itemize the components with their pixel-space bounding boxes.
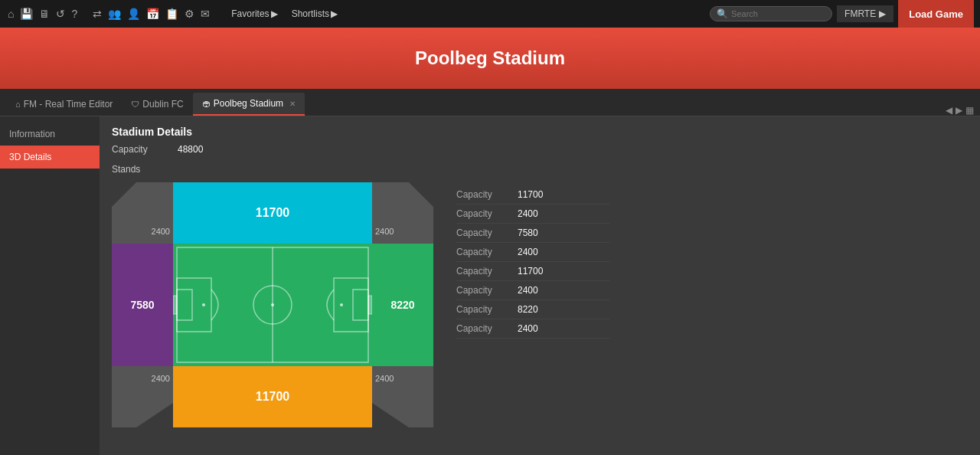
tab-nav-arrows: ◀ ▶ ▦ (946, 105, 974, 116)
cap-label: Capacity (456, 285, 502, 296)
help-icon[interactable]: ? (70, 6, 79, 21)
cap-label: Capacity (456, 304, 502, 315)
svg-point-6 (202, 303, 205, 306)
corner-bottom-left: 2400 (112, 366, 173, 427)
capacity-label: Capacity (112, 144, 165, 155)
svg-rect-8 (353, 290, 368, 320)
main: Information 3D Details Stadium Details C… (0, 116, 980, 455)
section-title: Stadium Details (112, 126, 968, 138)
cap-value: 2400 (518, 247, 538, 257)
tab-dublin-fc-icon: 🛡 (131, 100, 139, 109)
people-icon[interactable]: 👥 (106, 6, 122, 21)
cap-value: 2400 (518, 285, 538, 296)
topbar-nav: Favorites ▶ Shortlists ▶ (225, 5, 344, 22)
gear-icon[interactable]: ⚙ (183, 6, 196, 21)
capacity-list-row: Capacity 2400 (456, 319, 609, 339)
svg-rect-4 (177, 278, 211, 332)
cap-value: 2400 (518, 323, 538, 334)
home-icon[interactable]: ⌂ (6, 6, 15, 21)
cap-label: Capacity (456, 247, 502, 257)
stand-top: 11700 (173, 182, 372, 244)
content-area: Stadium Details Capacity 48800 Stands 24… (100, 116, 980, 455)
capacity-value: 48800 (178, 144, 203, 155)
svg-point-3 (271, 303, 274, 306)
tab-stadium-icon: 🏟 (202, 99, 211, 108)
tab-menu-arrow[interactable]: ▦ (965, 105, 974, 116)
capacity-list-row: Capacity 8220 (456, 300, 609, 319)
load-game-button[interactable]: Load Game (898, 0, 974, 28)
search-box[interactable]: 🔍 (710, 6, 832, 21)
search-icon: 🔍 (717, 8, 728, 19)
svg-rect-5 (177, 290, 192, 320)
svg-rect-11 (368, 296, 372, 314)
tab-dublin-fc[interactable]: 🛡 Dublin FC (122, 93, 192, 116)
monitor-icon[interactable]: 🖥 (38, 6, 51, 21)
pitch (173, 244, 372, 366)
tabbar: ⌂ FM - Real Time Editor 🛡 Dublin FC 🏟 Po… (0, 89, 980, 116)
shortlists-nav[interactable]: Shortlists ▶ (286, 5, 344, 22)
stands-section: Stands 2400 2400 2400 2400 (112, 164, 968, 427)
pitch-svg (173, 244, 372, 366)
person-icon[interactable]: 👤 (126, 6, 142, 21)
stand-bottom: 11700 (173, 366, 372, 427)
list-icon[interactable]: 📋 (164, 6, 180, 21)
cap-label: Capacity (456, 323, 502, 334)
capacity-list-row: Capacity 2400 (456, 205, 609, 224)
cap-value: 11700 (518, 266, 543, 277)
topbar: ⌂ 💾 🖥 ↺ ? ⇄ 👥 👤 📅 📋 ⚙ ✉ Favorites ▶ Shor… (0, 0, 980, 28)
cap-label: Capacity (456, 208, 502, 219)
cap-value: 8220 (518, 304, 538, 315)
cap-value: 7580 (518, 228, 538, 238)
favorites-nav[interactable]: Favorites ▶ (225, 5, 283, 22)
tab-prev-arrow[interactable]: ◀ (946, 105, 952, 116)
fmrte-button[interactable]: FMRTE ▶ (837, 5, 893, 22)
capacity-list: Capacity 11700 Capacity 2400 Capacity 75… (456, 182, 609, 339)
page-title: Poolbeg Stadium (415, 47, 565, 69)
stadium-diagram: 2400 2400 2400 2400 11700 (112, 182, 433, 427)
cap-value: 2400 (518, 208, 538, 219)
sidebar-item-3d-details[interactable]: 3D Details (0, 146, 100, 169)
refresh-icon[interactable]: ↺ (54, 6, 67, 21)
stands-label: Stands (112, 164, 968, 175)
cap-label: Capacity (456, 189, 502, 200)
corner-bottom-right: 2400 (372, 366, 433, 427)
calendar-icon[interactable]: 📅 (145, 6, 161, 21)
capacity-list-row: Capacity 11700 (456, 185, 609, 205)
sidebar: Information 3D Details (0, 116, 100, 455)
tab-fmrte[interactable]: ⌂ FM - Real Time Editor (6, 93, 122, 116)
topbar-icons: ⌂ 💾 🖥 ↺ ? ⇄ 👥 👤 📅 📋 ⚙ ✉ (6, 6, 211, 21)
tab-fmrte-icon: ⌂ (15, 100, 21, 109)
save-icon[interactable]: 💾 (18, 6, 34, 21)
header-banner: Poolbeg Stadium (0, 28, 980, 89)
svg-point-9 (340, 303, 343, 306)
tab-next-arrow[interactable]: ▶ (956, 105, 962, 116)
stand-left: 7580 (112, 244, 173, 366)
capacity-list-row: Capacity 7580 (456, 224, 609, 243)
stand-right: 8220 (372, 244, 433, 366)
corner-top-left: 2400 (112, 182, 173, 244)
arrows-icon[interactable]: ⇄ (91, 6, 103, 21)
tab-poolbeg-stadium[interactable]: 🏟 Poolbeg Stadium ✕ (193, 93, 305, 116)
capacity-list-row: Capacity 2400 (456, 281, 609, 300)
stadium-layout: 2400 2400 2400 2400 11700 (112, 182, 968, 427)
capacity-list-row: Capacity 2400 (456, 243, 609, 262)
search-input[interactable] (731, 9, 823, 18)
tab-close-button[interactable]: ✕ (289, 100, 296, 108)
capacity-list-row: Capacity 11700 (456, 262, 609, 281)
corner-top-right: 2400 (372, 182, 433, 244)
svg-rect-7 (334, 278, 368, 332)
mail-icon[interactable]: ✉ (199, 6, 211, 21)
cap-label: Capacity (456, 266, 502, 277)
cap-label: Capacity (456, 228, 502, 238)
capacity-row: Capacity 48800 (112, 144, 968, 155)
svg-rect-10 (173, 296, 177, 314)
sidebar-item-information[interactable]: Information (0, 123, 100, 146)
cap-value: 11700 (518, 189, 543, 200)
